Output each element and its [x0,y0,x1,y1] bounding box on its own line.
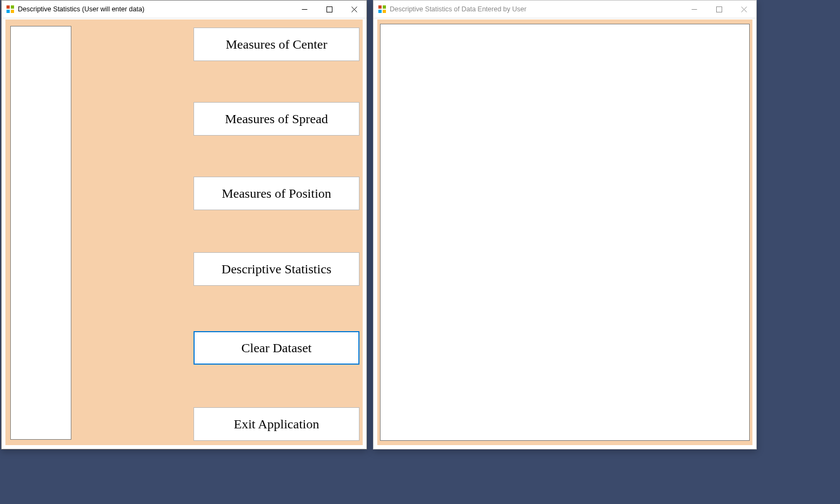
svg-rect-9 [383,5,386,9]
exit-application-button[interactable]: Exit Application [194,407,359,441]
close-button[interactable] [342,1,366,18]
output-textbox[interactable] [380,24,750,441]
maximize-button[interactable] [706,1,731,18]
svg-rect-0 [6,5,10,9]
window-title: Descriptive Statistics (User will enter … [18,5,292,13]
app-icon [378,5,386,14]
titlebar: Descriptive Statistics (User will enter … [2,1,366,18]
window-controls [292,1,366,18]
output-window: Descriptive Statistics of Data Entered b… [373,0,757,449]
data-input[interactable] [10,26,71,440]
window-controls [682,1,756,18]
svg-rect-11 [383,10,386,13]
svg-rect-13 [716,6,722,12]
titlebar: Descriptive Statistics of Data Entered b… [374,1,756,18]
client-area: Measures of Center Measures of Spread Me… [5,19,363,445]
measures-of-position-button[interactable]: Measures of Position [194,177,359,210]
svg-rect-3 [11,10,14,13]
maximize-button[interactable] [317,1,342,18]
svg-rect-8 [378,5,382,9]
main-window: Descriptive Statistics (User will enter … [1,0,367,449]
measures-of-spread-button[interactable]: Measures of Spread [194,102,359,136]
svg-rect-1 [11,5,14,9]
svg-rect-5 [326,6,332,12]
app-icon [6,5,15,14]
minimize-button[interactable] [292,1,317,18]
measures-of-center-button[interactable]: Measures of Center [194,28,359,61]
client-area [377,19,752,445]
svg-rect-10 [378,10,382,13]
minimize-button[interactable] [682,1,706,18]
close-button[interactable] [731,1,756,18]
descriptive-statistics-button[interactable]: Descriptive Statistics [194,252,359,286]
clear-dataset-button[interactable]: Clear Dataset [194,331,359,365]
svg-rect-2 [6,10,10,13]
window-title: Descriptive Statistics of Data Entered b… [390,5,682,13]
